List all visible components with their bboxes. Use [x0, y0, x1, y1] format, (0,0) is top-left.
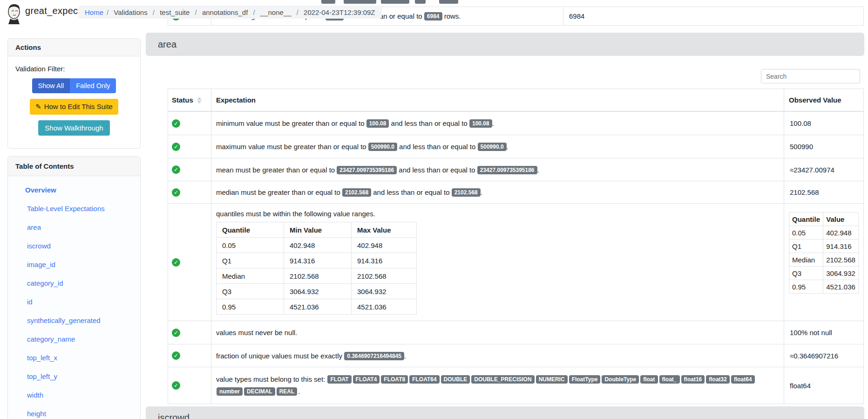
- breadcrumb: Home / Validations / test_suite / annota…: [78, 6, 382, 19]
- expectation-row-quantiles: ✓ quantiles must be within the following…: [168, 203, 863, 321]
- value-badge: 500990.0: [478, 143, 507, 151]
- value-badge: 100.08: [469, 119, 492, 128]
- table-header-row: Status Expectation Observed Value: [168, 89, 863, 111]
- clipped-badge: [344, 0, 376, 4]
- expectation-row-mean: ✓ mean must be greater than or equal to …: [168, 158, 863, 181]
- type-badge: float_: [659, 375, 680, 384]
- expectation-row-max: ✓ maximum value must be greater than or …: [168, 135, 863, 158]
- toc-link[interactable]: top_left_y: [8, 367, 140, 386]
- type-badge: FloatType: [569, 375, 601, 384]
- column-header-expectation: Expectation: [211, 89, 784, 111]
- edit-pencil-icon: ✎: [35, 103, 41, 110]
- failed-only-button[interactable]: Failed Only: [70, 78, 116, 93]
- quantile-table-row: Median2102.5682102.568: [217, 268, 417, 284]
- column-header-status[interactable]: Status: [168, 89, 211, 111]
- toc-link[interactable]: width: [8, 386, 140, 405]
- toc-link[interactable]: category_name: [8, 330, 140, 349]
- type-badge: REAL: [277, 387, 298, 396]
- observed-value: 100.08: [784, 112, 863, 135]
- validation-filter-label: Validation Filter:: [15, 65, 133, 73]
- expectation-row-min: ✓ minimum value must be greater than or …: [168, 111, 863, 135]
- expectation-text: rows.: [442, 12, 461, 20]
- quantile-table-row: 0.954521.0364521.036: [217, 299, 417, 315]
- observed-value: 500990: [784, 135, 863, 158]
- breadcrumb-item: annotations_df: [202, 8, 248, 16]
- observed-quantile-header: Value: [823, 213, 859, 226]
- success-check-icon: ✓: [172, 143, 180, 151]
- toc-link[interactable]: category_id: [8, 274, 140, 293]
- observed-value: ≈0.3646907216: [784, 344, 863, 367]
- type-badge: DOUBLE_PRECISION: [471, 375, 534, 384]
- toc-title: Table of Contents: [8, 157, 140, 176]
- type-badge: float16: [681, 375, 705, 384]
- section-title: area: [158, 39, 176, 50]
- success-check-icon: ✓: [172, 381, 180, 390]
- clipped-badge: [439, 0, 458, 4]
- success-check-icon: ✓: [172, 119, 180, 128]
- type-badge: DOUBLE: [441, 375, 470, 384]
- section-header-area: area: [146, 33, 864, 56]
- how-to-edit-suite-button[interactable]: ✎How to Edit This Suite: [30, 99, 118, 115]
- toc-list: Overview Table-Level Expectations area i…: [8, 176, 140, 419]
- breadcrumb-separator: /: [153, 8, 155, 16]
- toc-link[interactable]: height: [8, 405, 140, 419]
- value-badge: 2102.568: [342, 188, 371, 197]
- clipped-badge: [321, 0, 335, 4]
- type-badge: DECIMAL: [244, 387, 275, 396]
- toc-link[interactable]: Overview: [8, 181, 140, 199]
- toc-link[interactable]: Table-Level Expectations: [8, 199, 140, 218]
- breadcrumb-item: Validations: [114, 8, 147, 16]
- value-badge: 6984: [424, 12, 442, 21]
- success-check-icon: ✓: [172, 329, 180, 337]
- type-badge: float64: [731, 375, 755, 384]
- quantile-table-row: Q1914.316914.316: [217, 253, 417, 268]
- actions-title: Actions: [8, 39, 140, 56]
- expectation-row-not-null: ✓ values must never be null. 100% not nu…: [168, 321, 863, 344]
- quantile-table-row: Q33064.9323064.932: [217, 284, 417, 299]
- show-all-button[interactable]: Show All: [32, 78, 70, 93]
- quantile-table-header: Max Value: [352, 222, 417, 238]
- toc-link[interactable]: area: [8, 218, 140, 237]
- observed-quantile-row: Q1914.316: [789, 240, 859, 253]
- breadcrumb-separator: /: [297, 8, 298, 16]
- observed-quantile-row: Median2102.568: [789, 253, 859, 267]
- clipped-badge: [381, 0, 409, 4]
- toc-link[interactable]: iscrowd: [8, 237, 140, 255]
- success-check-icon: ✓: [172, 165, 180, 174]
- type-badge: float32: [706, 375, 730, 384]
- breadcrumb-rest: / Validations / test_suite / annotations…: [103, 8, 375, 16]
- quantile-table-header: Quantile: [217, 222, 284, 238]
- actions-panel: Actions Validation Filter: Show All Fail…: [7, 38, 141, 149]
- search-input[interactable]: [761, 69, 860, 83]
- value-badge: 2102.568: [452, 188, 481, 197]
- toc-link[interactable]: image_id: [8, 255, 140, 274]
- type-badge: float: [640, 375, 658, 384]
- breadcrumb-separator: /: [253, 8, 255, 16]
- type-badge: FLOAT: [327, 375, 351, 384]
- type-badge: FLOAT8: [381, 375, 408, 384]
- observed-value: 2102.568: [784, 181, 863, 203]
- column-header-observed: Observed Value: [784, 89, 863, 111]
- toc-link[interactable]: synthetically_generated: [8, 311, 140, 330]
- type-badge: NUMERIC: [536, 375, 568, 384]
- show-walkthrough-button[interactable]: Show Walkthrough: [38, 120, 109, 136]
- observed-value: float64: [784, 367, 863, 404]
- type-badge: number: [217, 387, 243, 396]
- value-badge: 0.3646907216494845: [344, 352, 404, 360]
- expectation-row-median: ✓ median must be greater than or equal t…: [168, 181, 863, 203]
- sort-icon[interactable]: [197, 97, 202, 103]
- type-badge: FLOAT4: [353, 375, 380, 384]
- observed-value: 100% not null: [784, 321, 863, 344]
- toc-link[interactable]: id: [8, 293, 140, 311]
- section-title: iscrowd: [158, 412, 190, 419]
- toc-link[interactable]: top_left_x: [8, 349, 140, 367]
- quantile-table-row: 0.05402.948402.948: [217, 238, 417, 253]
- observed-quantile-row: Q33064.932: [789, 267, 859, 280]
- expectation-row-value-types: ✓ value types must belong to this set: F…: [168, 367, 863, 404]
- observed-quantile-header: Quantile: [789, 213, 823, 226]
- breadcrumb-home-link[interactable]: Home: [85, 8, 103, 16]
- value-badge: 100.08: [366, 119, 389, 128]
- great-expectations-logo[interactable]: [6, 2, 22, 24]
- value-badge: 23427.009735395186: [477, 166, 537, 174]
- observed-quantile-row: 0.05402.948: [789, 226, 859, 240]
